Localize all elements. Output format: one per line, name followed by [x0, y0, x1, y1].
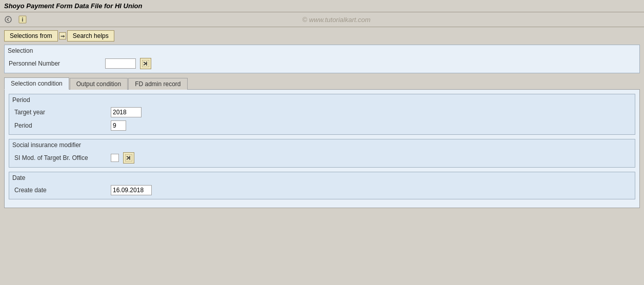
si-mod-label: SI Mod. of Target Br. Office: [14, 154, 107, 161]
si-mod-checkbox[interactable]: [111, 154, 119, 162]
target-year-input[interactable]: [111, 107, 142, 117]
target-year-label: Target year: [14, 109, 107, 116]
personnel-number-row: Personnel Number: [7, 56, 637, 71]
watermark: © www.tutorialkart.com: [32, 16, 641, 24]
period-group-title: Period: [12, 96, 632, 104]
svg-text:i: i: [22, 17, 24, 23]
tab-content-selection-condition: Period Target year Period Social insuran…: [4, 89, 640, 208]
personnel-number-input[interactable]: [105, 58, 136, 69]
si-mod-row: SI Mod. of Target Br. Office: [12, 151, 632, 165]
selections-from-button[interactable]: Selections from: [4, 30, 58, 42]
date-group: Date Create date: [9, 172, 635, 199]
create-date-label: Create date: [14, 187, 107, 194]
search-helps-button[interactable]: Search helps: [67, 30, 114, 42]
personnel-number-label: Personnel Number: [9, 60, 101, 67]
arrow-text: ⇒: [61, 33, 65, 39]
tab-fd-admin-record[interactable]: FD admin record: [128, 78, 187, 90]
toolbar: i © www.tutorialkart.com: [0, 12, 644, 27]
tabs-row: Selection condition Output condition FD …: [4, 77, 640, 90]
period-input[interactable]: [111, 120, 126, 131]
si-mod-goto-button[interactable]: [123, 152, 134, 164]
target-year-row: Target year: [12, 106, 632, 119]
arrow-separator-icon: ⇒: [59, 32, 66, 39]
period-row: Period: [12, 119, 632, 132]
create-date-row: Create date: [12, 184, 632, 197]
selection-section-title: Selection: [7, 47, 637, 54]
app-title: Shoyo Payment Form Data File for HI Unio…: [4, 2, 142, 10]
period-label: Period: [14, 122, 107, 129]
info-button[interactable]: i: [17, 14, 28, 25]
date-group-title: Date: [12, 174, 632, 181]
si-modifier-group-title: Social insurance modifier: [12, 141, 632, 149]
svg-point-0: [5, 16, 11, 23]
create-date-input[interactable]: [111, 185, 152, 195]
tab-selection-condition[interactable]: Selection condition: [4, 77, 69, 90]
period-group: Period Target year Period: [9, 94, 635, 135]
tabs-container: Selection condition Output condition FD …: [4, 77, 640, 208]
personnel-number-goto-button[interactable]: [140, 58, 151, 69]
title-bar: Shoyo Payment Form Data File for HI Unio…: [0, 0, 644, 12]
button-bar: Selections from ⇒ Search helps: [4, 30, 640, 42]
search-helps-label: Search helps: [73, 32, 109, 39]
back-button[interactable]: [3, 14, 13, 25]
si-modifier-group: Social insurance modifier SI Mod. of Tar…: [9, 139, 635, 168]
tab-output-condition[interactable]: Output condition: [70, 78, 128, 90]
selection-section: Selection Personnel Number: [4, 45, 640, 73]
selections-from-label: Selections from: [10, 32, 52, 39]
main-content: Selections from ⇒ Search helps Selection…: [0, 27, 644, 211]
